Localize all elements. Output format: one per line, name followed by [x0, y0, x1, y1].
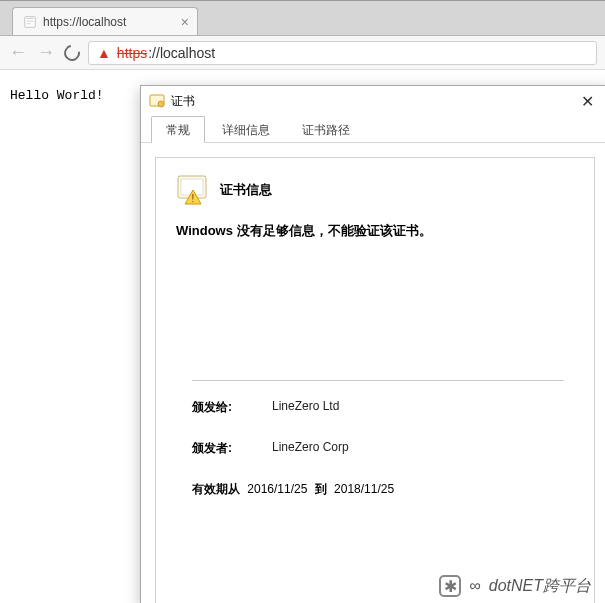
address-bar: ← → ▲ https ://localhost [0, 36, 605, 70]
tab-close-icon[interactable]: × [181, 15, 189, 29]
tab-general[interactable]: 常规 [151, 116, 205, 143]
tab-details[interactable]: 详细信息 [207, 116, 285, 142]
cert-info-panel: ! 证书信息 Windows 没有足够信息，不能验证该证书。 颁发给: Line… [155, 157, 595, 603]
svg-text:!: ! [192, 193, 195, 204]
tab-title: https://localhost [43, 15, 126, 29]
issued-to-label: 颁发给: [192, 399, 272, 416]
certificate-icon [149, 93, 165, 109]
url-field[interactable]: ▲ https ://localhost [88, 41, 597, 65]
back-button[interactable]: ← [8, 42, 28, 63]
cert-details: 颁发给: LineZero Ltd 颁发者: LineZero Corp 有效期… [192, 380, 564, 498]
reload-button[interactable] [61, 41, 83, 63]
dialog-close-button[interactable]: ✕ [565, 86, 605, 116]
url-scheme-insecure: https [117, 45, 147, 61]
valid-to-value: 2018/11/25 [334, 482, 394, 496]
page-icon [23, 15, 37, 29]
validity-row: 有效期从 2016/11/25 到 2018/11/25 [192, 481, 564, 498]
dialog-tab-strip: 常规 详细信息 证书路径 [141, 116, 605, 143]
issued-by-label: 颁发者: [192, 440, 272, 457]
watermark-prefix: ∞ [469, 577, 480, 595]
url-rest: ://localhost [148, 45, 215, 61]
issued-by-value: LineZero Corp [272, 440, 349, 457]
valid-from-value: 2016/11/25 [247, 482, 307, 496]
dialog-body: ! 证书信息 Windows 没有足够信息，不能验证该证书。 颁发给: Line… [141, 143, 605, 603]
valid-to-label: 到 [315, 482, 327, 496]
issued-to-value: LineZero Ltd [272, 399, 339, 416]
insecure-warning-icon: ▲ [97, 45, 111, 61]
watermark: ✱ ∞ dotNET跨平台 [439, 575, 591, 597]
watermark-text: dotNET跨平台 [489, 576, 591, 597]
cert-warning-text: Windows 没有足够信息，不能验证该证书。 [176, 222, 574, 240]
forward-button: → [36, 42, 56, 63]
dialog-title: 证书 [171, 93, 195, 110]
certificate-warning-icon: ! [176, 174, 210, 206]
wechat-icon: ✱ [439, 575, 461, 597]
valid-from-label: 有效期从 [192, 482, 240, 496]
cert-info-heading: 证书信息 [220, 181, 272, 199]
page-text: Hello World! [10, 88, 104, 103]
browser-tab-bar: https://localhost × [0, 0, 605, 36]
certificate-dialog: 证书 ✕ 常规 详细信息 证书路径 ! 证书信息 Windows 没有足够信息，… [140, 85, 605, 603]
dialog-titlebar[interactable]: 证书 ✕ [141, 86, 605, 116]
tab-cert-path[interactable]: 证书路径 [287, 116, 365, 142]
browser-tab[interactable]: https://localhost × [12, 7, 198, 35]
svg-point-2 [158, 101, 164, 107]
